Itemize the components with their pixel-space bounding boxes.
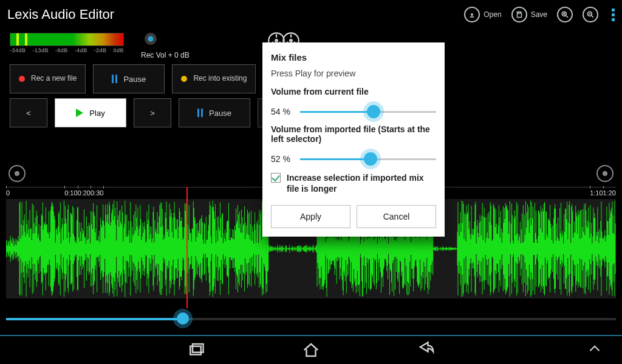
open-label: Open (484, 10, 501, 19)
android-nav-bar (0, 335, 622, 364)
cancel-button[interactable]: Cancel (357, 205, 436, 228)
record-into-icon (181, 76, 187, 82)
rec-pause-label: Pause (123, 75, 146, 84)
rec-vol-knob[interactable] (145, 33, 157, 45)
zoom-out-button[interactable] (578, 4, 603, 25)
play-label: Play (89, 109, 104, 118)
app-header: Lexis Audio Editor Open Save (0, 0, 622, 29)
open-icon (464, 7, 480, 22)
right-selector-marker[interactable] (596, 165, 613, 182)
vol-current-slider[interactable] (300, 106, 436, 117)
progress-fill (6, 318, 183, 320)
pause-icon (112, 75, 117, 83)
increase-selection-label: Increase selection if imported mix file … (287, 173, 436, 194)
zoom-in-button[interactable] (552, 4, 578, 25)
rec-new-file-button[interactable]: Rec a new file (10, 64, 86, 93)
rec-vol-label: Rec Vol + 0 dB (141, 51, 190, 59)
rec-vol-block: Rec Vol + 0 dB (141, 33, 190, 59)
vol-import-row: 52 % (271, 153, 436, 164)
save-label: Save (531, 10, 547, 19)
back-icon[interactable] (417, 341, 436, 359)
zoom-in-icon (557, 7, 573, 22)
overflow-menu-button[interactable] (612, 8, 615, 21)
vol-import-pct: 52 % (271, 154, 290, 164)
vol-current-row: 54 % (271, 106, 436, 117)
save-icon (511, 7, 527, 22)
apply-button[interactable]: Apply (271, 205, 350, 228)
record-icon (19, 76, 25, 82)
mix-files-dialog: Mix files Press Play for preview Volume … (262, 42, 445, 237)
app-title: Lexis Audio Editor (7, 7, 114, 22)
seek-back-button[interactable]: < (10, 98, 47, 127)
rec-new-label: Rec a new file (31, 75, 77, 83)
rec-into-label: Rec into existing (193, 75, 247, 83)
vol-import-label: Volume from imported file (Starts at the… (271, 124, 436, 144)
expand-icon[interactable] (587, 341, 605, 359)
recent-apps-icon[interactable] (186, 341, 205, 359)
seek-forward-button[interactable]: > (134, 98, 171, 127)
home-icon[interactable] (302, 341, 320, 359)
progress-thumb[interactable] (177, 312, 189, 325)
play-pause-button[interactable]: Pause (179, 98, 250, 127)
play-pause-label: Pause (209, 109, 231, 118)
increase-selection-row[interactable]: Increase selection if imported mix file … (271, 173, 436, 194)
open-button[interactable]: Open (459, 4, 506, 25)
play-button[interactable]: Play (55, 98, 126, 127)
left-selector-marker[interactable] (9, 165, 26, 182)
playhead[interactable] (186, 187, 188, 308)
dialog-title: Mix files (271, 52, 436, 62)
db-ticks: -34dB -13dB -8dB -4dB -2dB 0dB (10, 47, 124, 53)
vol-current-pct: 54 % (271, 107, 290, 116)
rec-into-existing-button[interactable]: Rec into existing (172, 64, 256, 93)
vol-current-label: Volume from current file (271, 87, 436, 96)
level-meter-block: -34dB -13dB -8dB -4dB -2dB 0dB (10, 33, 124, 53)
play-icon (76, 109, 83, 117)
zoom-out-icon (583, 7, 598, 22)
dialog-actions: Apply Cancel (271, 205, 436, 228)
progress-track[interactable] (6, 318, 616, 320)
pause-icon (197, 109, 203, 117)
vol-import-slider[interactable] (300, 153, 436, 164)
rec-pause-button[interactable]: Pause (93, 64, 165, 93)
dialog-subtitle: Press Play for preview (271, 69, 436, 78)
increase-selection-checkbox[interactable] (271, 173, 281, 183)
level-meter (10, 33, 124, 46)
save-button[interactable]: Save (507, 4, 552, 25)
